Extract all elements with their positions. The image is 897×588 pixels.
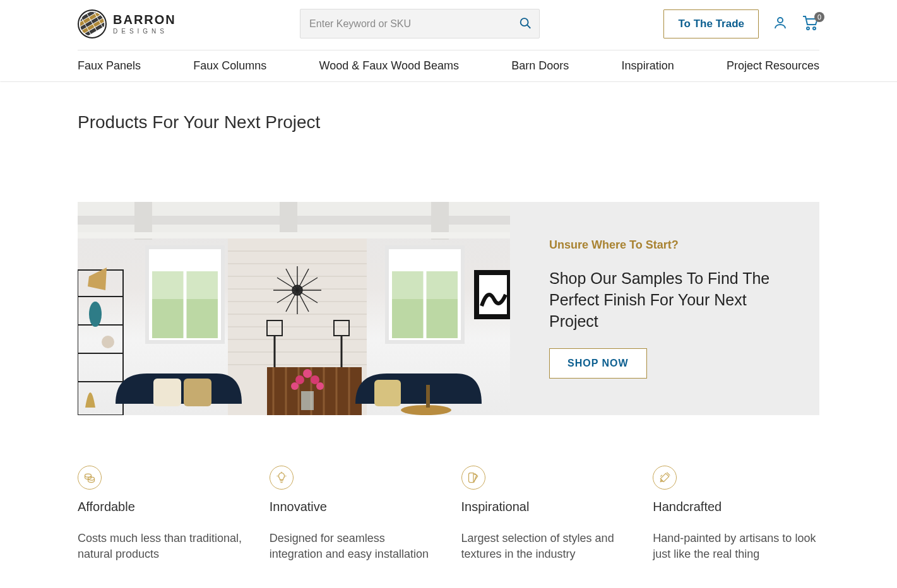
nav-faux-columns[interactable]: Faux Columns [193, 59, 266, 73]
feature-handcrafted: Handcrafted Hand-painted by artisans to … [653, 466, 819, 562]
feature-title: Inspirational [461, 500, 628, 514]
feature-title: Handcrafted [653, 500, 819, 514]
account-button[interactable] [773, 15, 788, 32]
coins-icon [78, 466, 102, 490]
brand-logo-icon [78, 9, 107, 38]
lightbulb-icon [270, 466, 294, 490]
svg-rect-54 [78, 270, 123, 415]
page-title: Products For Your Next Project [78, 112, 819, 132]
svg-point-11 [778, 18, 783, 23]
svg-line-10 [527, 25, 530, 28]
swatch-icon [461, 466, 485, 490]
svg-rect-80 [153, 379, 181, 406]
feature-title: Affordable [78, 500, 244, 514]
svg-point-60 [89, 302, 102, 327]
feature-desc: Largest selection of styles and textures… [461, 531, 628, 562]
banner-heading: Shop Our Samples To Find The Perfect Fin… [549, 268, 783, 332]
feature-desc: Costs much less than traditional, natura… [78, 531, 244, 562]
samples-banner: Unsure Where To Start? Shop Our Samples … [78, 202, 819, 415]
nav-project-resources[interactable]: Project Resources [727, 59, 819, 73]
svg-rect-81 [184, 379, 211, 406]
nav-inspiration[interactable]: Inspiration [622, 59, 674, 73]
svg-rect-79 [301, 391, 314, 410]
nav-wood-beams[interactable]: Wood & Faux Wood Beams [319, 59, 459, 73]
brand-name: BARRON [113, 13, 176, 26]
svg-point-85 [85, 474, 92, 477]
banner-image [78, 202, 510, 415]
svg-rect-84 [426, 385, 430, 408]
svg-rect-19 [78, 232, 510, 238]
svg-point-75 [303, 369, 312, 378]
brand-logo[interactable]: BARRON DESIGNS [78, 9, 176, 38]
feature-desc: Designed for seamless integration and ea… [270, 531, 436, 562]
svg-point-12 [807, 27, 809, 30]
nav-faux-panels[interactable]: Faux Panels [78, 59, 141, 73]
nav-barn-doors[interactable]: Barn Doors [511, 59, 569, 73]
svg-point-9 [521, 18, 528, 26]
svg-point-77 [291, 382, 299, 390]
brand-subtitle: DESIGNS [113, 28, 176, 35]
user-icon [773, 15, 788, 30]
cart-count-badge: 0 [814, 12, 824, 22]
search-button[interactable] [514, 12, 536, 35]
svg-point-78 [316, 382, 324, 390]
tools-icon [653, 466, 677, 490]
search-input[interactable] [300, 9, 540, 38]
feature-innovative: Innovative Designed for seamless integra… [270, 466, 436, 562]
svg-rect-82 [374, 380, 401, 406]
svg-point-13 [813, 27, 816, 30]
cart-button[interactable]: 0 [802, 15, 819, 33]
features-row: Affordable Costs much less than traditio… [78, 466, 819, 562]
feature-inspirational: Inspirational Largest selection of style… [461, 466, 628, 562]
shop-now-button[interactable]: SHOP NOW [549, 348, 647, 379]
primary-nav: Faux Panels Faux Columns Wood & Faux Woo… [78, 50, 819, 81]
banner-eyebrow: Unsure Where To Start? [549, 238, 783, 252]
feature-desc: Hand-painted by artisans to look just li… [653, 531, 819, 562]
svg-rect-62 [267, 367, 362, 415]
svg-point-61 [102, 336, 114, 348]
svg-marker-59 [88, 268, 107, 290]
to-the-trade-button[interactable]: To The Trade [663, 9, 759, 38]
feature-affordable: Affordable Costs much less than traditio… [78, 466, 244, 562]
feature-title: Innovative [270, 500, 436, 514]
